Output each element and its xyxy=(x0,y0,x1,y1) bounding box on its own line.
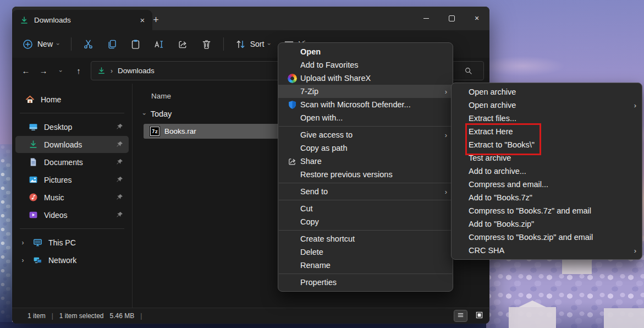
music-icon xyxy=(29,193,38,202)
context-menu-item-add-to-favorites[interactable]: Add to Favorites xyxy=(278,58,453,72)
submenu-item-add-to-books-7z[interactable]: Add to "Books.7z" xyxy=(452,191,642,204)
context-menu-item-restore-previous-versions[interactable]: Restore previous versions xyxy=(278,168,453,181)
sidebar-item-documents[interactable]: Documents xyxy=(15,154,129,171)
menu-icon-spacer xyxy=(285,143,299,153)
new-button[interactable]: New› xyxy=(16,35,65,53)
pictures-icon xyxy=(29,175,38,184)
downloads-icon xyxy=(29,140,38,149)
sidebar-item-pictures[interactable]: Pictures xyxy=(15,171,129,188)
large-icons-view-button[interactable] xyxy=(473,310,486,321)
paste-button[interactable] xyxy=(124,35,147,53)
minimize-button[interactable] xyxy=(414,7,439,30)
details-view-button[interactable] xyxy=(454,310,467,321)
context-menu-item-share[interactable]: Share xyxy=(278,155,453,168)
context-menu-item-scan-with-microsoft-defender[interactable]: Scan with Microsoft Defender... xyxy=(278,98,453,111)
rename-button[interactable] xyxy=(148,35,170,53)
submenu-item-compress-to-books-7z-and-email[interactable]: Compress to "Books.7z" and email xyxy=(452,204,642,217)
menu-separator xyxy=(279,230,452,231)
context-menu-item-open-with[interactable]: Open with... xyxy=(278,111,453,124)
share-button[interactable] xyxy=(172,35,194,53)
sidebar-item-home[interactable]: Home xyxy=(15,91,129,108)
sidebar-separator xyxy=(20,113,124,113)
sidebar-item-this-pc[interactable]: ›This PC xyxy=(15,234,129,251)
sidebar-item-label: Pictures xyxy=(44,176,72,184)
chevron-down-icon: › xyxy=(58,70,64,72)
sidebar-item-desktop[interactable]: Desktop xyxy=(15,118,129,135)
sidebar-item-videos[interactable]: Videos xyxy=(15,206,129,223)
maximize-button[interactable] xyxy=(439,7,464,30)
submenu-item-crc-sha[interactable]: CRC SHA› xyxy=(452,244,642,257)
menu-item-label: 7-Zip xyxy=(300,87,441,96)
menu-item-label: Scan with Microsoft Defender... xyxy=(300,100,447,109)
context-menu-item-upload-with-sharex[interactable]: Upload with ShareX xyxy=(278,72,453,85)
sidebar-item-network[interactable]: ›Network xyxy=(15,252,129,269)
context-menu-item-delete[interactable]: Delete xyxy=(278,245,453,259)
copy-button[interactable] xyxy=(101,35,123,53)
context-menu-item-create-shortcut[interactable]: Create shortcut xyxy=(278,232,453,245)
window-caption-buttons: × xyxy=(414,7,489,30)
menu-item-label: Cut xyxy=(300,204,447,213)
search-icon xyxy=(464,67,472,75)
sidebar-item-label: Network xyxy=(48,256,76,265)
context-menu-item-copy[interactable]: Copy xyxy=(278,215,453,228)
menu-icon-spacer xyxy=(285,47,299,57)
sidebar-item-downloads[interactable]: Downloads xyxy=(15,136,129,153)
submenu-item-compress-and-email[interactable]: Compress and email... xyxy=(452,178,642,191)
chevron-right-icon: › xyxy=(19,256,27,264)
menu-icon-spacer xyxy=(285,86,299,96)
menu-icon-spacer xyxy=(285,187,299,196)
context-menu-item-rename[interactable]: Rename xyxy=(278,259,453,272)
toolbar-separator xyxy=(71,37,71,51)
new-tab-button[interactable]: + xyxy=(148,13,163,28)
search-box[interactable] xyxy=(452,61,484,80)
pin-icon xyxy=(116,176,123,183)
file-name: Books.rar xyxy=(164,127,196,135)
share-toolbar-icon xyxy=(178,39,188,50)
menu-item-label: Copy as path xyxy=(300,144,447,152)
menu-icon-spacer xyxy=(285,204,299,214)
context-menu-item-copy-as-path[interactable]: Copy as path xyxy=(278,141,453,155)
7z-file-icon: 7z xyxy=(150,127,159,136)
up-button[interactable]: ↑ xyxy=(70,63,87,79)
menu-icon-spacer xyxy=(285,277,299,287)
back-button[interactable]: ← xyxy=(18,63,34,79)
context-menu: OpenAdd to FavoritesUpload with ShareX7-… xyxy=(278,42,453,292)
submenu-item-compress-to-books-zip-and-email[interactable]: Compress to "Books.zip" and email xyxy=(452,231,642,244)
sidebar-item-label: Music xyxy=(44,193,64,202)
close-button[interactable]: × xyxy=(464,7,489,30)
menu-separator xyxy=(279,126,452,127)
context-menu-item-properties[interactable]: Properties xyxy=(278,276,453,289)
details-view-icon xyxy=(456,311,465,321)
column-header-name[interactable]: Name xyxy=(151,92,171,100)
cut-button[interactable] xyxy=(77,35,100,53)
menu-item-label: Add to "Books.7z" xyxy=(469,193,636,202)
menu-separator xyxy=(279,183,452,183)
sort-button[interactable]: Sort› xyxy=(229,35,277,53)
chevron-right-icon: › xyxy=(634,247,636,255)
context-menu-item-give-access-to[interactable]: Give access to› xyxy=(278,128,453,141)
menu-item-label: Open archive xyxy=(469,101,630,110)
tab-close-icon[interactable]: × xyxy=(137,15,148,26)
pin-icon xyxy=(116,158,123,166)
menu-item-label: Add to "Books.zip" xyxy=(469,220,636,228)
recent-locations-button[interactable]: › xyxy=(53,63,69,79)
chevron-right-icon: › xyxy=(634,101,636,110)
submenu-item-open-archive[interactable]: Open archive xyxy=(452,85,642,99)
sidebar-item-music[interactable]: Music xyxy=(15,189,129,206)
context-menu-item-cut[interactable]: Cut xyxy=(278,202,453,215)
forward-button[interactable]: → xyxy=(35,63,52,79)
delete-button[interactable] xyxy=(195,35,218,53)
submenu-item-open-archive[interactable]: Open archive› xyxy=(452,99,642,112)
toolbar-button-label: Sort xyxy=(250,40,265,48)
chevron-right-icon: › xyxy=(445,188,447,196)
breadcrumb[interactable]: Downloads xyxy=(118,67,155,75)
submenu-item-add-to-books-zip[interactable]: Add to "Books.zip" xyxy=(452,217,642,231)
context-menu-item-open[interactable]: Open xyxy=(278,45,453,58)
context-menu-item-send-to[interactable]: Send to› xyxy=(278,185,453,198)
context-menu-item-7-zip[interactable]: 7-Zip› xyxy=(278,85,453,98)
submenu-item-add-to-archive[interactable]: Add to archive... xyxy=(452,165,642,178)
menu-item-label: Share xyxy=(300,157,447,166)
menu-icon-spacer xyxy=(285,247,299,257)
thispc-icon xyxy=(33,238,42,247)
tab-downloads[interactable]: Downloads × xyxy=(12,10,152,30)
